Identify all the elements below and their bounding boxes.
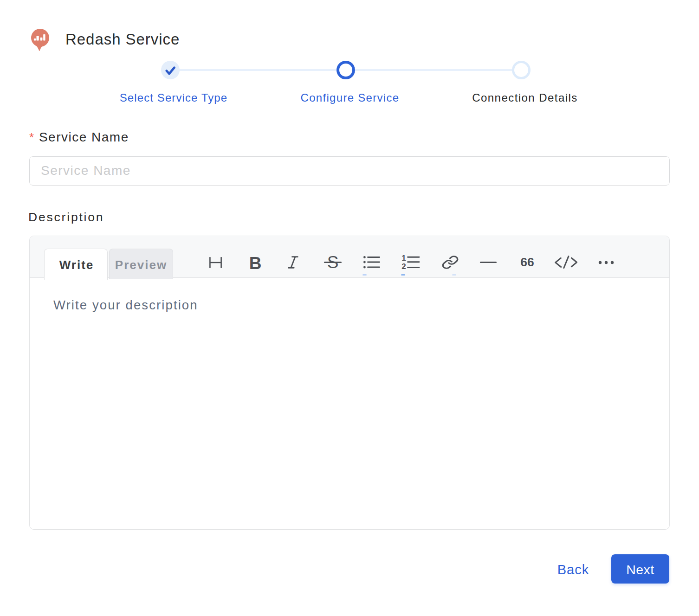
svg-text:1: 1 (401, 254, 406, 263)
svg-text:2: 2 (401, 262, 406, 270)
